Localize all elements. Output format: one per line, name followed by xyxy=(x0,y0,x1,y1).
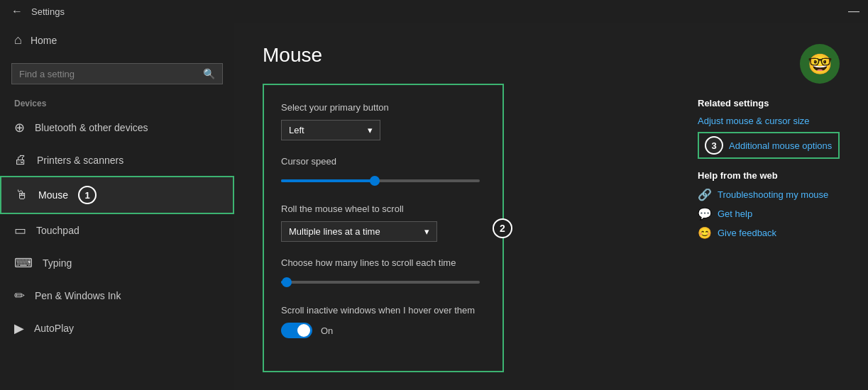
sidebar: ⌂ Home 🔍 Devices ⊕ Bluetooth & other dev… xyxy=(0,23,234,390)
back-button[interactable]: ← xyxy=(9,3,26,20)
scroll-inactive-section: Scroll inactive windows when I hover ove… xyxy=(281,305,485,338)
cursor-speed-label: Cursor speed xyxy=(281,156,485,167)
sidebar-item-pen[interactable]: ✏ Pen & Windows Ink xyxy=(0,279,234,312)
sidebar-item-label: AutoPlay xyxy=(34,323,74,334)
search-box: 🔍 xyxy=(11,63,223,84)
sidebar-item-printers[interactable]: 🖨 Printers & scanners xyxy=(0,144,234,176)
troubleshooting-label: Troubleshooting my mouse xyxy=(718,189,828,200)
slider-fill xyxy=(281,179,375,182)
sidebar-section-label: Devices xyxy=(0,93,234,111)
bluetooth-icon: ⊕ xyxy=(14,120,25,135)
dropdown-chevron-icon: ▾ xyxy=(368,125,373,135)
content-area: Mouse Select your primary button Left ▾ … xyxy=(234,23,868,390)
pen-icon: ✏ xyxy=(14,288,25,303)
primary-button-label: Select your primary button xyxy=(281,102,485,113)
get-help-icon: 💬 xyxy=(698,207,712,221)
scroll-wheel-value: Multiple lines at a time xyxy=(289,226,380,237)
scroll-inactive-toggle[interactable] xyxy=(281,323,312,338)
toggle-knob xyxy=(297,324,310,337)
additional-mouse-options-link[interactable]: Additional mouse options xyxy=(729,140,832,151)
scroll-inactive-toggle-row: On xyxy=(281,323,485,338)
content-main: Mouse Select your primary button Left ▾ … xyxy=(263,44,669,369)
mouse-icon: 🖱 xyxy=(16,188,28,203)
troubleshooting-item[interactable]: 🔗 Troubleshooting my mouse xyxy=(698,188,840,201)
scroll-wheel-dropdown[interactable]: Multiple lines at a time ▾ xyxy=(281,221,437,242)
help-section-title: Help from the web xyxy=(698,170,840,181)
sidebar-item-home[interactable]: ⌂ Home xyxy=(0,23,234,57)
additional-mouse-options-container: 3 Additional mouse options xyxy=(698,132,840,159)
get-help-label: Get help xyxy=(718,208,752,219)
slider-track xyxy=(281,179,480,182)
search-icon[interactable]: 🔍 xyxy=(203,68,215,79)
scroll-inactive-toggle-label: On xyxy=(321,325,333,336)
scroll-wheel-section: Roll the mouse wheel to scroll Multiple … xyxy=(281,204,485,242)
mouse-badge: 1 xyxy=(78,186,97,204)
minimize-button[interactable]: — xyxy=(848,5,859,18)
autoplay-icon: ▶ xyxy=(14,321,24,336)
dropdown-chevron-icon: ▾ xyxy=(424,226,429,237)
scroll-lines-slider[interactable] xyxy=(281,275,485,289)
adjust-cursor-link[interactable]: Adjust mouse & cursor size xyxy=(698,116,840,126)
related-settings-title: Related settings xyxy=(698,98,840,108)
slider-thumb[interactable] xyxy=(282,277,292,287)
scroll-lines-section: Choose how many lines to scroll each tim… xyxy=(281,257,485,289)
sidebar-item-label: Typing xyxy=(43,257,72,269)
sidebar-home-label: Home xyxy=(31,35,57,46)
slider-track xyxy=(281,281,480,284)
primary-button-section: Select your primary button Left ▾ xyxy=(281,102,485,140)
sidebar-item-bluetooth[interactable]: ⊕ Bluetooth & other devices xyxy=(0,111,234,144)
sidebar-item-label: Bluetooth & other devices xyxy=(35,122,148,133)
touchpad-icon: ▭ xyxy=(14,223,26,238)
give-feedback-icon: 😊 xyxy=(698,226,712,240)
settings-card: Select your primary button Left ▾ Cursor… xyxy=(263,84,504,372)
settings-card-badge: 2 xyxy=(493,218,512,238)
sidebar-item-label: Mouse xyxy=(38,189,68,201)
printer-icon: 🖨 xyxy=(14,152,27,167)
page-title: Mouse xyxy=(263,44,669,67)
link-icon: 🔗 xyxy=(698,188,712,201)
sidebar-item-touchpad[interactable]: ▭ Touchpad xyxy=(0,214,234,247)
main-layout: ⌂ Home 🔍 Devices ⊕ Bluetooth & other dev… xyxy=(0,23,868,390)
sidebar-item-label: Pen & Windows Ink xyxy=(35,290,121,301)
sidebar-item-label: Touchpad xyxy=(36,225,79,236)
sidebar-item-mouse[interactable]: 🖱 Mouse 1 xyxy=(0,176,234,214)
avatar: 🤓 xyxy=(800,44,840,84)
scroll-inactive-label: Scroll inactive windows when I hover ove… xyxy=(281,305,485,316)
give-feedback-label: Give feedback xyxy=(718,228,776,238)
content-right: 🤓 Related settings Adjust mouse & cursor… xyxy=(698,44,840,369)
home-icon: ⌂ xyxy=(14,33,22,48)
sidebar-item-label: Printers & scanners xyxy=(37,155,123,166)
cursor-speed-section: Cursor speed xyxy=(281,156,485,188)
give-feedback-item[interactable]: 😊 Give feedback xyxy=(698,226,840,240)
typing-icon: ⌨ xyxy=(14,255,33,271)
cursor-speed-slider[interactable] xyxy=(281,174,485,188)
sidebar-item-autoplay[interactable]: ▶ AutoPlay xyxy=(0,312,234,345)
additional-mouse-badge: 3 xyxy=(705,136,723,155)
slider-thumb[interactable] xyxy=(370,176,380,186)
app-title: Settings xyxy=(31,6,65,17)
primary-button-dropdown[interactable]: Left ▾ xyxy=(281,120,380,140)
search-input[interactable] xyxy=(19,69,197,79)
titlebar: ← Settings — xyxy=(0,0,868,23)
sidebar-item-typing[interactable]: ⌨ Typing xyxy=(0,247,234,279)
get-help-item[interactable]: 💬 Get help xyxy=(698,207,840,221)
primary-button-value: Left xyxy=(289,125,304,135)
scroll-lines-label: Choose how many lines to scroll each tim… xyxy=(281,257,485,268)
scroll-wheel-label: Roll the mouse wheel to scroll xyxy=(281,204,485,214)
